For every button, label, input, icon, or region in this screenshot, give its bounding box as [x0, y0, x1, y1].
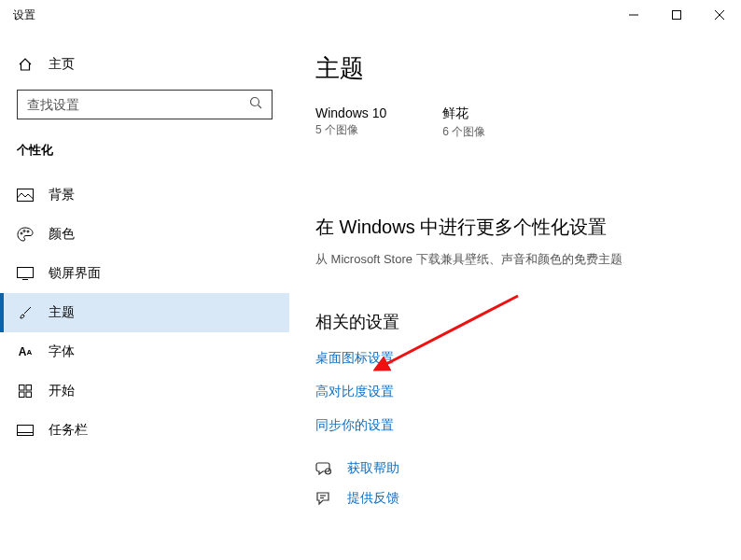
svg-rect-1 — [673, 11, 681, 20]
theme-name: Windows 10 — [315, 105, 386, 120]
window-controls — [612, 0, 741, 30]
theme-name: 鲜花 — [442, 105, 485, 122]
home-button[interactable]: 主页 — [0, 49, 289, 80]
svg-point-8 — [23, 231, 25, 232]
search-box[interactable] — [17, 90, 273, 119]
get-help-link[interactable]: 获取帮助 — [315, 460, 741, 477]
taskbar-icon — [17, 422, 34, 439]
sidebar-item-label: 颜色 — [49, 226, 75, 243]
link-desktop-icon-settings[interactable]: 桌面图标设置 — [315, 350, 741, 367]
svg-rect-10 — [18, 268, 34, 278]
sidebar-item-themes[interactable]: 主题 — [0, 293, 289, 332]
window-title: 设置 — [13, 7, 35, 23]
sidebar-item-label: 字体 — [49, 343, 75, 360]
font-icon: AA — [17, 343, 34, 360]
sidebar-item-label: 开始 — [49, 383, 75, 399]
sidebar-item-taskbar[interactable]: 任务栏 — [0, 411, 289, 450]
search-icon — [249, 96, 262, 113]
svg-rect-14 — [20, 392, 25, 398]
sidebar-item-label: 主题 — [49, 304, 75, 321]
more-personalization-sub: 从 Microsoft Store 下载兼具壁纸、声音和颜色的免费主题 — [315, 251, 741, 268]
svg-rect-13 — [26, 385, 32, 391]
category-label: 个性化 — [0, 136, 289, 175]
svg-point-9 — [27, 231, 29, 232]
svg-point-4 — [251, 98, 259, 106]
image-icon — [17, 187, 34, 203]
brush-icon — [17, 304, 34, 321]
theme-item[interactable]: Windows 10 5 个图像 — [315, 105, 386, 140]
feedback-label: 提供反馈 — [347, 490, 399, 507]
titlebar: 设置 — [0, 0, 741, 30]
more-personalization-heading: 在 Windows 中进行更多个性化设置 — [315, 215, 741, 240]
maximize-button[interactable] — [655, 0, 698, 30]
sidebar-item-background[interactable]: 背景 — [0, 175, 289, 215]
sidebar: 主页 个性化 背景 颜色 — [0, 30, 289, 560]
sidebar-item-fonts[interactable]: AA 字体 — [0, 332, 289, 371]
home-icon — [17, 56, 34, 73]
home-label: 主页 — [49, 56, 75, 73]
theme-item[interactable]: 鲜花 6 个图像 — [442, 105, 485, 140]
search-input[interactable] — [27, 97, 249, 112]
close-button[interactable] — [698, 0, 741, 30]
palette-icon — [17, 226, 34, 243]
feedback-link[interactable]: 提供反馈 — [315, 490, 741, 507]
sidebar-item-label: 锁屏界面 — [49, 265, 101, 282]
theme-count: 5 个图像 — [315, 122, 386, 138]
feedback-icon — [315, 490, 332, 507]
lockscreen-icon — [17, 265, 34, 282]
sidebar-item-label: 任务栏 — [49, 422, 88, 439]
page-title: 主题 — [315, 52, 741, 85]
start-icon — [17, 383, 34, 399]
svg-point-7 — [21, 232, 22, 234]
theme-count: 6 个图像 — [442, 124, 485, 140]
minimize-button[interactable] — [612, 0, 655, 30]
main-content: 主题 Windows 10 5 个图像 鲜花 6 个图像 在 Windows 中… — [289, 30, 741, 560]
svg-line-5 — [259, 105, 262, 109]
help-icon — [315, 460, 332, 477]
svg-rect-15 — [26, 392, 32, 398]
sidebar-item-colors[interactable]: 颜色 — [0, 215, 289, 254]
sidebar-item-lockscreen[interactable]: 锁屏界面 — [0, 254, 289, 293]
theme-list: Windows 10 5 个图像 鲜花 6 个图像 — [315, 105, 741, 140]
svg-rect-12 — [20, 385, 25, 391]
svg-rect-16 — [18, 426, 34, 436]
link-high-contrast-settings[interactable]: 高对比度设置 — [315, 384, 741, 400]
related-settings-heading: 相关的设置 — [315, 311, 741, 333]
link-sync-settings[interactable]: 同步你的设置 — [315, 417, 741, 434]
sidebar-item-label: 背景 — [49, 187, 75, 203]
sidebar-item-start[interactable]: 开始 — [0, 371, 289, 411]
get-help-label: 获取帮助 — [347, 460, 399, 477]
